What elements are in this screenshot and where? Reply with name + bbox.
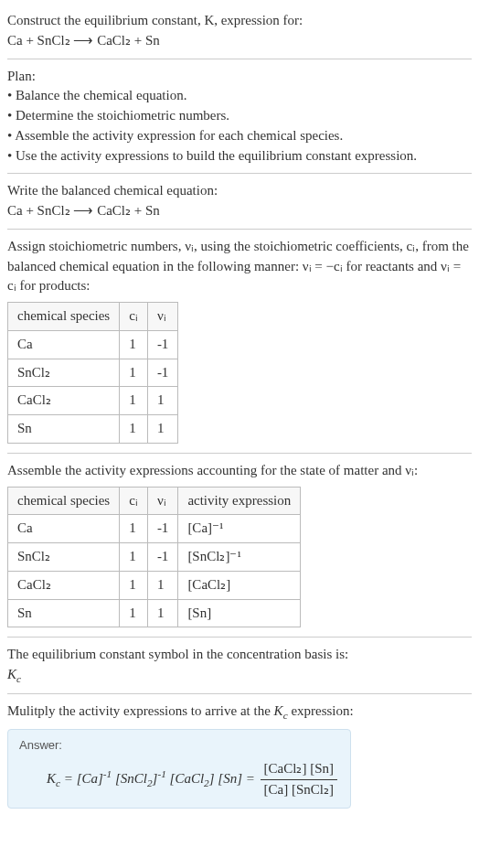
answer-label: Answer: <box>19 737 339 755</box>
answer-equation: Kc = [Ca]-1 [SnCl2]-1 [CaCl2] [Sn] = [Ca… <box>19 759 339 800</box>
cell-vi: 1 <box>147 387 178 415</box>
table-row: SnCl₂ 1 -1 [SnCl₂]⁻¹ <box>8 543 301 572</box>
cell-species: Sn <box>8 599 120 627</box>
answer-box: Answer: Kc = [Ca]-1 [SnCl2]-1 [CaCl2] [S… <box>7 729 351 809</box>
cell-expr: [Ca]⁻¹ <box>178 515 301 543</box>
cell-vi: -1 <box>147 543 178 572</box>
final-section: Mulitply the activity expressions to arr… <box>7 694 472 816</box>
intro-section: Construct the equilibrium constant, K, e… <box>7 4 472 59</box>
plan-item: • Assemble the activity expression for e… <box>7 126 472 146</box>
col-vi: νᵢ <box>147 487 178 515</box>
cell-vi: -1 <box>147 330 178 359</box>
cell-ci: 1 <box>120 359 148 387</box>
col-expr: activity expression <box>178 487 301 515</box>
plan-section: Plan: • Balance the chemical equation. •… <box>7 59 472 175</box>
table-row: Sn 1 1 [Sn] <box>8 599 301 627</box>
kc-denominator: [Ca] [SnCl₂] <box>261 780 337 800</box>
cell-expr: [CaCl₂] <box>178 571 301 599</box>
cell-expr: [SnCl₂]⁻¹ <box>178 543 301 572</box>
cell-vi: 1 <box>147 415 178 444</box>
balanced-section: Write the balanced chemical equation: Ca… <box>7 174 472 230</box>
activity-text: Assemble the activity expressions accoun… <box>7 461 472 481</box>
cell-vi: -1 <box>147 515 178 543</box>
cell-species: CaCl₂ <box>8 387 120 415</box>
table-header-row: chemical species cᵢ νᵢ <box>8 303 178 331</box>
stoich-text: Assign stoichiometric numbers, νᵢ, using… <box>7 237 472 296</box>
cell-species: CaCl₂ <box>8 571 120 599</box>
intro-text: Construct the equilibrium constant, K, e… <box>7 13 303 27</box>
cell-ci: 1 <box>120 543 148 572</box>
table-row: Ca 1 -1 <box>8 330 178 359</box>
col-ci: cᵢ <box>120 487 148 515</box>
cell-ci: 1 <box>120 415 148 444</box>
col-species: chemical species <box>8 487 120 515</box>
kc-numerator: [CaCl₂] [Sn] <box>261 759 337 780</box>
cell-species: Sn <box>8 415 120 444</box>
table-row: Sn 1 1 <box>8 415 178 444</box>
intro-line: Construct the equilibrium constant, K, e… <box>7 11 472 31</box>
kc-fraction: [CaCl₂] [Sn] [Ca] [SnCl₂] <box>261 759 337 800</box>
cell-ci: 1 <box>120 515 148 543</box>
plan-heading: Plan: <box>7 67 472 87</box>
plan-item: • Balance the chemical equation. <box>7 86 472 106</box>
cell-vi: -1 <box>147 359 178 387</box>
symbol-value: Kc <box>7 665 472 686</box>
symbol-section: The equilibrium constant symbol in the c… <box>7 638 472 694</box>
cell-species: SnCl₂ <box>8 543 120 572</box>
activity-section: Assemble the activity expressions accoun… <box>7 454 472 638</box>
cell-ci: 1 <box>120 387 148 415</box>
cell-ci: 1 <box>120 599 148 627</box>
cell-expr: [Sn] <box>178 599 301 627</box>
intro-equation: Ca + SnCl₂ ⟶ CaCl₂ + Sn <box>7 31 472 51</box>
kc-lhs: Kc = [Ca]-1 [SnCl2]-1 [CaCl2] [Sn] = <box>47 771 259 786</box>
symbol-text: The equilibrium constant symbol in the c… <box>7 645 472 665</box>
table-row: CaCl₂ 1 1 <box>8 387 178 415</box>
col-species: chemical species <box>8 303 120 331</box>
col-ci: cᵢ <box>120 303 148 331</box>
final-text: Mulitply the activity expressions to arr… <box>7 702 472 723</box>
table-row: CaCl₂ 1 1 [CaCl₂] <box>8 571 301 599</box>
stoich-table: chemical species cᵢ νᵢ Ca 1 -1 SnCl₂ 1 -… <box>7 302 178 444</box>
cell-vi: 1 <box>147 599 178 627</box>
table-header-row: chemical species cᵢ νᵢ activity expressi… <box>8 487 301 515</box>
balanced-heading: Write the balanced chemical equation: <box>7 181 472 201</box>
cell-ci: 1 <box>120 330 148 359</box>
stoich-section: Assign stoichiometric numbers, νᵢ, using… <box>7 230 472 454</box>
cell-species: Ca <box>8 515 120 543</box>
balanced-equation: Ca + SnCl₂ ⟶ CaCl₂ + Sn <box>7 201 472 221</box>
plan-item: • Determine the stoichiometric numbers. <box>7 106 472 126</box>
cell-species: SnCl₂ <box>8 359 120 387</box>
final-text-span: Mulitply the activity expressions to arr… <box>7 703 354 718</box>
cell-ci: 1 <box>120 571 148 599</box>
plan-item: • Use the activity expressions to build … <box>7 146 472 166</box>
activity-table: chemical species cᵢ νᵢ activity expressi… <box>7 487 301 628</box>
table-row: Ca 1 -1 [Ca]⁻¹ <box>8 515 301 543</box>
cell-vi: 1 <box>147 571 178 599</box>
cell-species: Ca <box>8 330 120 359</box>
table-row: SnCl₂ 1 -1 <box>8 359 178 387</box>
col-vi: νᵢ <box>147 303 178 331</box>
